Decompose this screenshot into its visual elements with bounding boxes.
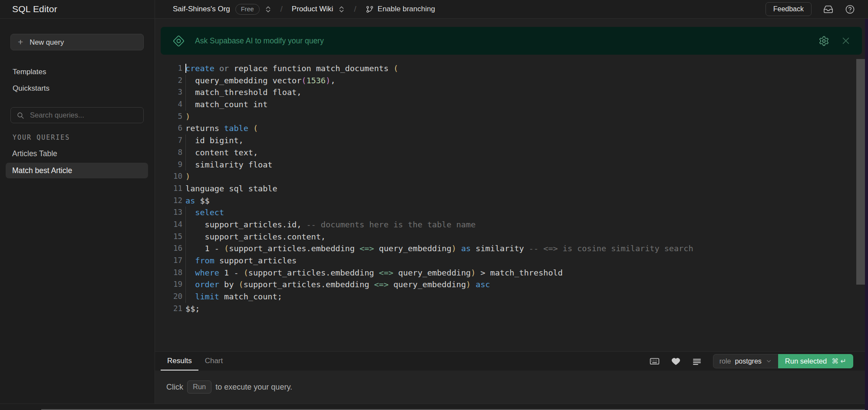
- line-number: 18: [155, 267, 182, 279]
- line-content: ): [182, 111, 190, 123]
- line-content: query_embedding vector(1536),: [182, 75, 335, 87]
- empty-state-prefix: Click: [166, 383, 183, 392]
- code-line[interactable]: 4 match_count int: [155, 98, 855, 111]
- line-number: 8: [155, 147, 182, 159]
- search-queries-input[interactable]: [29, 111, 138, 120]
- line-content: as $$: [182, 195, 210, 207]
- line-content: create or replace function match_documen…: [182, 62, 398, 75]
- sql-editor-main: Ask Supabase AI to modify your query 1cr…: [155, 19, 865, 410]
- code-line[interactable]: 15 support_articles.content,: [155, 231, 855, 243]
- help-icon[interactable]: [845, 4, 855, 14]
- your-queries-label: YOUR QUERIES: [13, 134, 70, 141]
- format-lines-icon[interactable]: [692, 356, 702, 367]
- line-number: 6: [155, 122, 182, 134]
- code-line[interactable]: 14 support_articles.id, -- documents her…: [155, 219, 855, 231]
- ai-settings-gear-icon[interactable]: [818, 36, 829, 46]
- query-item[interactable]: Match best Article: [6, 163, 148, 178]
- project-name: Product Wiki: [292, 5, 333, 13]
- code-line[interactable]: 9 similarity float: [155, 159, 855, 171]
- results-tabbar: ResultsChart role postgres: [155, 351, 865, 371]
- code-line[interactable]: 20 limit match_count;: [155, 291, 855, 303]
- line-number: 14: [155, 219, 182, 231]
- code-line[interactable]: 17 from support_articles: [155, 255, 855, 267]
- chevron-down-icon: [766, 358, 772, 364]
- line-number: 15: [155, 231, 182, 243]
- line-content: match_count int: [182, 98, 267, 111]
- sidebar: + New query Templates Quickstarts YOUR Q…: [0, 19, 155, 410]
- code-line[interactable]: 10): [155, 171, 855, 183]
- code-line[interactable]: 21$$;: [155, 303, 855, 315]
- ask-ai-bar[interactable]: Ask Supabase AI to modify your query: [161, 27, 862, 55]
- code-line[interactable]: 13 select: [155, 207, 855, 219]
- run-kbd-hint: Run: [187, 380, 211, 394]
- favorite-heart-icon[interactable]: [671, 356, 681, 366]
- ai-close-icon[interactable]: [841, 36, 851, 46]
- code-line[interactable]: 2 query_embedding vector(1536),: [155, 75, 855, 87]
- empty-state-suffix: to execute your query.: [215, 383, 292, 392]
- code-line[interactable]: 12as $$: [155, 195, 855, 207]
- query-item[interactable]: Articles Table: [6, 146, 148, 161]
- line-content: from support_articles: [182, 255, 297, 267]
- header-actions: Feedback: [766, 2, 868, 16]
- keyboard-shortcuts-icon[interactable]: [649, 356, 660, 367]
- line-content: id bigint,: [182, 134, 244, 147]
- role-value: postgres: [735, 358, 761, 365]
- sidebar-item-templates[interactable]: Templates: [0, 64, 155, 80]
- line-content: returns table (: [182, 122, 258, 134]
- new-query-button[interactable]: + New query: [10, 34, 144, 50]
- run-selected-button[interactable]: Run selected ⌘ ↵: [778, 354, 853, 368]
- line-content: language sql stable: [182, 183, 277, 195]
- breadcrumb-separator: /: [354, 4, 356, 14]
- tabbar-actions: role postgres Run selected ⌘ ↵: [649, 352, 865, 371]
- query-list: Articles TableMatch best Article: [6, 146, 148, 180]
- line-number: 3: [155, 86, 182, 98]
- header-app-section: SQL Editor: [0, 0, 155, 18]
- code-line[interactable]: 16 1 - (support_articles.embedding <=> q…: [155, 243, 855, 255]
- editor-scrollbar[interactable]: [856, 59, 865, 285]
- line-number: 21: [155, 303, 182, 315]
- project-selector[interactable]: Product Wiki: [292, 5, 345, 13]
- ai-bar-actions: [818, 36, 851, 46]
- line-number: 20: [155, 291, 182, 303]
- results-tabs: ResultsChart: [161, 352, 229, 371]
- new-query-label: New query: [30, 38, 64, 46]
- line-content: limit match_count;: [182, 291, 282, 303]
- supabase-ai-icon: [172, 34, 185, 48]
- feedback-button[interactable]: Feedback: [766, 2, 812, 16]
- code-line[interactable]: 3 match_threshold float,: [155, 86, 855, 98]
- org-selector[interactable]: Saif-Shines's Org Free: [173, 4, 271, 15]
- code-line[interactable]: 8 content text,: [155, 147, 855, 159]
- code-line[interactable]: 18 where 1 - (support_articles.embedding…: [155, 267, 855, 279]
- line-content: ): [182, 171, 190, 183]
- enable-branching-label: Enable branching: [378, 5, 435, 13]
- code-editor[interactable]: 1create or replace function match_docume…: [155, 62, 855, 315]
- line-number: 13: [155, 207, 182, 219]
- line-number: 11: [155, 183, 182, 195]
- run-controls: role postgres Run selected ⌘ ↵: [713, 354, 853, 368]
- line-number: 12: [155, 195, 182, 207]
- ask-ai-placeholder: Ask Supabase AI to modify your query: [195, 36, 324, 46]
- enable-branching-button[interactable]: Enable branching: [366, 5, 435, 13]
- role-selector[interactable]: role postgres: [713, 354, 778, 368]
- line-content: where 1 - (support_articles.embedding <=…: [182, 267, 563, 279]
- code-line[interactable]: 1create or replace function match_docume…: [155, 62, 855, 75]
- code-line[interactable]: 6returns table (: [155, 122, 855, 134]
- line-number: 4: [155, 98, 182, 111]
- role-label: role: [719, 358, 731, 365]
- line-number: 1: [155, 62, 182, 75]
- line-content: 1 - (support_articles.embedding <=> quer…: [182, 243, 693, 255]
- code-line[interactable]: 11language sql stable: [155, 183, 855, 195]
- top-header: SQL Editor Saif-Shines's Org Free / Prod…: [0, 0, 868, 19]
- tab-results[interactable]: Results: [161, 352, 198, 371]
- page-title: SQL Editor: [12, 4, 57, 14]
- chevron-updown-icon: [338, 5, 345, 13]
- inbox-icon[interactable]: [823, 4, 833, 14]
- code-line[interactable]: 19 order by (support_articles.embedding …: [155, 279, 855, 291]
- sidebar-item-quickstarts[interactable]: Quickstarts: [0, 80, 155, 97]
- code-line[interactable]: 5): [155, 111, 855, 123]
- code-line[interactable]: 7 id bigint,: [155, 134, 855, 147]
- search-queries-box: [10, 107, 144, 123]
- tab-chart[interactable]: Chart: [198, 352, 230, 371]
- line-number: 19: [155, 279, 182, 291]
- chevron-updown-icon: [265, 5, 271, 13]
